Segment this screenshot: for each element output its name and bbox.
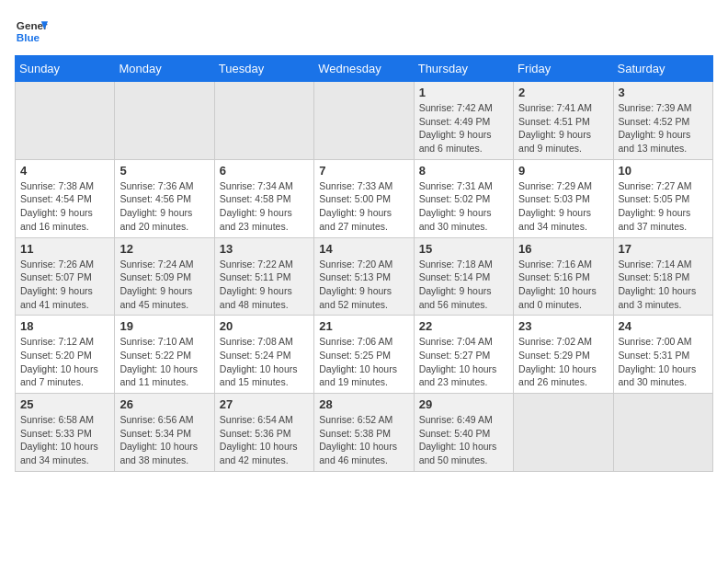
day-info: Sunrise: 7:31 AM Sunset: 5:02 PM Dayligh… [419,179,508,234]
calendar-cell: 20Sunrise: 7:08 AM Sunset: 5:24 PM Dayli… [214,316,313,394]
calendar-cell [514,394,613,472]
calendar-cell [214,82,313,160]
calendar-cell: 22Sunrise: 7:04 AM Sunset: 5:27 PM Dayli… [414,316,513,394]
calendar-cell: 18Sunrise: 7:12 AM Sunset: 5:20 PM Dayli… [16,316,115,394]
calendar-cell: 7Sunrise: 7:33 AM Sunset: 5:00 PM Daylig… [314,159,414,237]
day-info: Sunrise: 6:56 AM Sunset: 5:34 PM Dayligh… [119,413,209,467]
day-number: 14 [319,242,408,256]
weekday-header-tuesday: Tuesday [214,56,313,82]
week-row-2: 4Sunrise: 7:38 AM Sunset: 4:54 PM Daylig… [16,159,713,237]
day-number: 1 [419,86,508,99]
weekday-header-friday: Friday [514,56,613,82]
calendar-cell: 5Sunrise: 7:36 AM Sunset: 4:56 PM Daylig… [115,159,214,237]
day-number: 18 [20,319,109,333]
day-info: Sunrise: 6:52 AM Sunset: 5:38 PM Dayligh… [319,413,408,467]
day-info: Sunrise: 7:00 AM Sunset: 5:31 PM Dayligh… [619,335,708,389]
day-info: Sunrise: 7:41 AM Sunset: 4:51 PM Dayligh… [518,101,608,155]
day-number: 24 [619,319,708,333]
calendar-cell: 24Sunrise: 7:00 AM Sunset: 5:31 PM Dayli… [613,316,712,394]
day-number: 11 [20,242,109,256]
day-number: 25 [20,397,109,411]
day-info: Sunrise: 7:29 AM Sunset: 5:03 PM Dayligh… [518,179,608,234]
calendar-cell: 25Sunrise: 6:58 AM Sunset: 5:33 PM Dayli… [16,394,115,472]
day-info: Sunrise: 7:36 AM Sunset: 4:56 PM Dayligh… [119,179,209,234]
day-info: Sunrise: 7:20 AM Sunset: 5:13 PM Dayligh… [319,258,408,312]
week-row-5: 25Sunrise: 6:58 AM Sunset: 5:33 PM Dayli… [16,394,713,472]
calendar-cell: 19Sunrise: 7:10 AM Sunset: 5:22 PM Dayli… [115,316,214,394]
calendar-cell [613,394,712,472]
calendar-cell: 8Sunrise: 7:31 AM Sunset: 5:02 PM Daylig… [414,159,513,237]
calendar-cell: 3Sunrise: 7:39 AM Sunset: 4:52 PM Daylig… [613,82,712,160]
day-info: Sunrise: 7:08 AM Sunset: 5:24 PM Dayligh… [220,335,309,389]
day-info: Sunrise: 7:06 AM Sunset: 5:25 PM Dayligh… [319,335,408,389]
calendar-cell: 10Sunrise: 7:27 AM Sunset: 5:05 PM Dayli… [613,159,712,237]
calendar-cell: 9Sunrise: 7:29 AM Sunset: 5:03 PM Daylig… [514,159,613,237]
day-number: 22 [419,319,508,333]
weekday-header-monday: Monday [115,56,214,82]
day-number: 26 [119,397,209,411]
day-info: Sunrise: 7:04 AM Sunset: 5:27 PM Dayligh… [419,335,508,389]
day-info: Sunrise: 7:16 AM Sunset: 5:16 PM Dayligh… [518,258,608,312]
day-number: 19 [119,319,209,333]
calendar-cell: 15Sunrise: 7:18 AM Sunset: 5:14 PM Dayli… [414,237,513,316]
day-number: 10 [619,164,708,178]
day-info: Sunrise: 7:24 AM Sunset: 5:09 PM Dayligh… [119,258,209,312]
day-info: Sunrise: 6:54 AM Sunset: 5:36 PM Dayligh… [220,413,309,467]
calendar-cell: 4Sunrise: 7:38 AM Sunset: 4:54 PM Daylig… [16,159,115,237]
day-info: Sunrise: 6:49 AM Sunset: 5:40 PM Dayligh… [419,413,508,467]
day-info: Sunrise: 7:18 AM Sunset: 5:14 PM Dayligh… [419,258,508,312]
weekday-header-wednesday: Wednesday [314,56,414,82]
calendar-cell [115,82,214,160]
day-number: 21 [319,319,408,333]
day-number: 27 [220,397,309,411]
day-info: Sunrise: 7:34 AM Sunset: 4:58 PM Dayligh… [220,179,309,234]
day-number: 28 [319,397,408,411]
calendar-cell: 23Sunrise: 7:02 AM Sunset: 5:29 PM Dayli… [514,316,613,394]
day-info: Sunrise: 6:58 AM Sunset: 5:33 PM Dayligh… [20,413,109,467]
weekday-header-row: SundayMondayTuesdayWednesdayThursdayFrid… [16,56,713,82]
day-info: Sunrise: 7:14 AM Sunset: 5:18 PM Dayligh… [619,258,708,312]
day-number: 8 [419,164,508,178]
day-number: 6 [220,164,309,178]
calendar-cell: 21Sunrise: 7:06 AM Sunset: 5:25 PM Dayli… [314,316,414,394]
calendar-cell: 16Sunrise: 7:16 AM Sunset: 5:16 PM Dayli… [514,237,613,316]
weekday-header-sunday: Sunday [16,56,115,82]
weekday-header-saturday: Saturday [613,56,712,82]
day-number: 7 [319,164,408,178]
day-number: 12 [119,242,209,256]
day-number: 9 [518,164,608,178]
logo: General Blue [15,15,48,48]
week-row-4: 18Sunrise: 7:12 AM Sunset: 5:20 PM Dayli… [16,316,713,394]
day-number: 16 [518,242,608,256]
day-info: Sunrise: 7:02 AM Sunset: 5:29 PM Dayligh… [518,335,608,389]
svg-text:Blue: Blue [17,31,40,43]
calendar-cell [314,82,414,160]
day-info: Sunrise: 7:42 AM Sunset: 4:49 PM Dayligh… [419,101,508,155]
calendar-cell: 6Sunrise: 7:34 AM Sunset: 4:58 PM Daylig… [214,159,313,237]
day-number: 4 [20,164,109,178]
day-info: Sunrise: 7:22 AM Sunset: 5:11 PM Dayligh… [220,258,309,312]
day-info: Sunrise: 7:38 AM Sunset: 4:54 PM Dayligh… [20,179,109,234]
calendar-cell: 27Sunrise: 6:54 AM Sunset: 5:36 PM Dayli… [214,394,313,472]
day-number: 17 [619,242,708,256]
day-number: 29 [419,397,508,411]
day-info: Sunrise: 7:39 AM Sunset: 4:52 PM Dayligh… [619,101,708,155]
day-number: 13 [220,242,309,256]
calendar-cell: 2Sunrise: 7:41 AM Sunset: 4:51 PM Daylig… [514,82,613,160]
calendar-cell: 13Sunrise: 7:22 AM Sunset: 5:11 PM Dayli… [214,237,313,316]
weekday-header-thursday: Thursday [414,56,513,82]
page-header: General Blue [15,15,713,48]
calendar-cell: 11Sunrise: 7:26 AM Sunset: 5:07 PM Dayli… [16,237,115,316]
day-number: 2 [518,86,608,99]
calendar-cell: 29Sunrise: 6:49 AM Sunset: 5:40 PM Dayli… [414,394,513,472]
calendar-table: SundayMondayTuesdayWednesdayThursdayFrid… [15,55,713,472]
calendar-cell: 1Sunrise: 7:42 AM Sunset: 4:49 PM Daylig… [414,82,513,160]
day-number: 5 [119,164,209,178]
calendar-cell [16,82,115,160]
day-number: 23 [518,319,608,333]
day-number: 20 [220,319,309,333]
calendar-cell: 28Sunrise: 6:52 AM Sunset: 5:38 PM Dayli… [314,394,414,472]
week-row-3: 11Sunrise: 7:26 AM Sunset: 5:07 PM Dayli… [16,237,713,316]
day-info: Sunrise: 7:26 AM Sunset: 5:07 PM Dayligh… [20,258,109,312]
day-info: Sunrise: 7:27 AM Sunset: 5:05 PM Dayligh… [619,179,708,234]
